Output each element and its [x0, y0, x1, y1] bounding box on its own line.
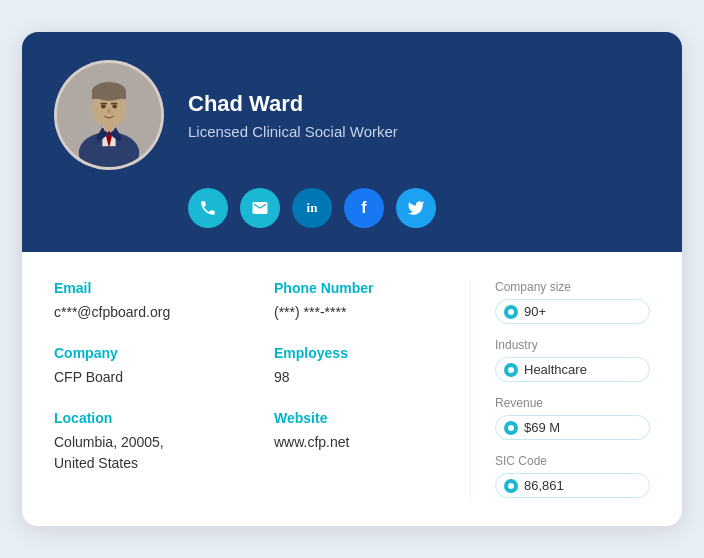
meta-panel: Company size 90+ Industry Healthcare Rev…: [470, 280, 650, 498]
twitter-social-button[interactable]: [396, 188, 436, 228]
svg-rect-9: [92, 91, 126, 99]
phone-value: (***) ***-****: [274, 302, 470, 323]
sic-label: SIC Code: [495, 454, 650, 468]
sic-group: SIC Code 86,861: [495, 454, 650, 498]
company-value: CFP Board: [54, 367, 250, 388]
profile-header: Chad Ward Licensed Clinical Social Worke…: [22, 32, 682, 252]
svg-point-11: [112, 105, 117, 109]
svg-point-10: [101, 105, 106, 109]
company-size-value: 90+: [524, 304, 546, 319]
svg-rect-13: [111, 103, 118, 105]
email-social-button[interactable]: [240, 188, 280, 228]
svg-point-14: [107, 109, 111, 114]
employees-label: Employess: [274, 345, 470, 361]
sic-dot: [504, 479, 518, 493]
email-value: c***@cfpboard.org: [54, 302, 250, 323]
industry-dot: [504, 363, 518, 377]
company-size-badge: 90+: [495, 299, 650, 324]
revenue-group: Revenue $69 M: [495, 396, 650, 440]
website-label: Website: [274, 410, 470, 426]
profile-title: Licensed Clinical Social Worker: [188, 123, 398, 140]
location-group: Location Columbia, 20005,United States: [54, 410, 250, 474]
revenue-dot: [504, 421, 518, 435]
email-label: Email: [54, 280, 250, 296]
phone-label: Phone Number: [274, 280, 470, 296]
fields-grid: Email c***@cfpboard.org Phone Number (**…: [54, 280, 470, 498]
industry-label: Industry: [495, 338, 650, 352]
company-size-group: Company size 90+: [495, 280, 650, 324]
facebook-social-button[interactable]: f: [344, 188, 384, 228]
location-value: Columbia, 20005,United States: [54, 432, 250, 474]
industry-group: Industry Healthcare: [495, 338, 650, 382]
phone-social-button[interactable]: [188, 188, 228, 228]
email-group: Email c***@cfpboard.org: [54, 280, 250, 323]
company-group: Company CFP Board: [54, 345, 250, 388]
sic-badge: 86,861: [495, 473, 650, 498]
profile-card: Chad Ward Licensed Clinical Social Worke…: [22, 32, 682, 526]
social-icons-row: in f: [54, 188, 650, 228]
website-group: Website www.cfp.net: [274, 410, 470, 474]
website-value: www.cfp.net: [274, 432, 470, 453]
employees-group: Employess 98: [274, 345, 470, 388]
linkedin-social-button[interactable]: in: [292, 188, 332, 228]
header-info: Chad Ward Licensed Clinical Social Worke…: [188, 91, 398, 140]
employees-value: 98: [274, 367, 470, 388]
company-size-label: Company size: [495, 280, 650, 294]
industry-value: Healthcare: [524, 362, 587, 377]
revenue-label: Revenue: [495, 396, 650, 410]
company-label: Company: [54, 345, 250, 361]
location-label: Location: [54, 410, 250, 426]
revenue-value: $69 M: [524, 420, 560, 435]
sic-value: 86,861: [524, 478, 564, 493]
industry-badge: Healthcare: [495, 357, 650, 382]
company-size-dot: [504, 305, 518, 319]
svg-rect-12: [100, 103, 107, 105]
profile-name: Chad Ward: [188, 91, 398, 117]
profile-body: Email c***@cfpboard.org Phone Number (**…: [22, 252, 682, 526]
header-top: Chad Ward Licensed Clinical Social Worke…: [54, 60, 650, 170]
phone-group: Phone Number (***) ***-****: [274, 280, 470, 323]
avatar: [54, 60, 164, 170]
revenue-badge: $69 M: [495, 415, 650, 440]
